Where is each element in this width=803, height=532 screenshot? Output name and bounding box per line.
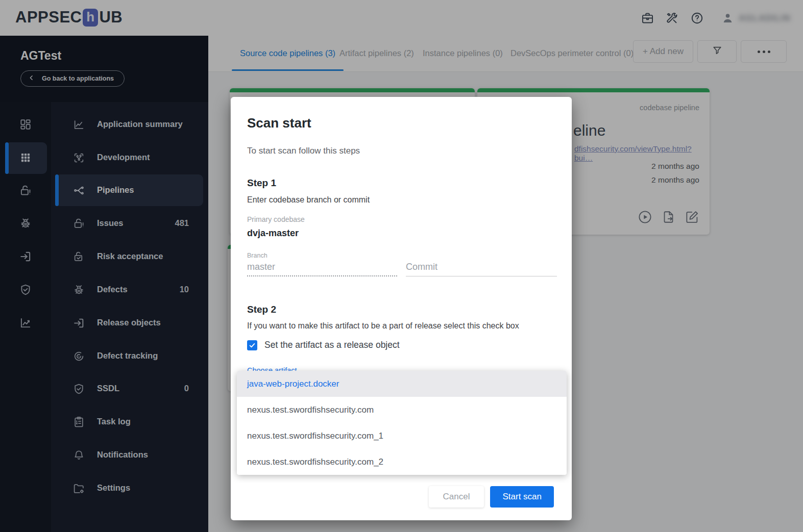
artifact-option-java-web-project[interactable]: java-web-project.docker	[237, 371, 567, 397]
modal-footer: Cancel Start scan	[429, 486, 554, 508]
artifact-option-nexus-2[interactable]: nexus.test.swordfishsecurity.com_2	[237, 449, 567, 475]
start-scan-button[interactable]: Start scan	[490, 486, 554, 508]
artifact-dropdown: java-web-project.docker nexus.test.sword…	[237, 371, 567, 475]
modal-title: Scan start	[247, 115, 311, 131]
step1-heading: Step 1	[247, 178, 276, 189]
checkbox-checked-icon[interactable]	[247, 340, 257, 350]
artifact-option-nexus[interactable]: nexus.test.swordfishsecurity.com	[237, 397, 567, 423]
commit-input[interactable]	[406, 261, 557, 276]
app-window: APPSEChUB AGLADILIN AGTest Go back to ap…	[0, 0, 803, 532]
primary-codebase-label: Primary codebase	[247, 215, 305, 223]
checkbox-label: Set the artifact as a release object	[264, 340, 400, 350]
primary-codebase-value: dvja-master	[247, 228, 299, 239]
artifact-option-nexus-1[interactable]: nexus.test.swordfishsecurity.com_1	[237, 423, 567, 449]
branch-label: Branch	[247, 252, 267, 259]
step1-description: Enter codebase branch or commit	[247, 195, 370, 205]
cancel-button[interactable]: Cancel	[429, 486, 484, 508]
step2-heading: Step 2	[247, 304, 276, 315]
branch-input[interactable]	[247, 261, 397, 276]
step2-description: If you want to make this artifact to be …	[247, 321, 519, 331]
modal-subtitle: To start scan follow this steps	[247, 146, 360, 156]
release-object-checkbox-row[interactable]: Set the artifact as a release object	[247, 340, 400, 350]
